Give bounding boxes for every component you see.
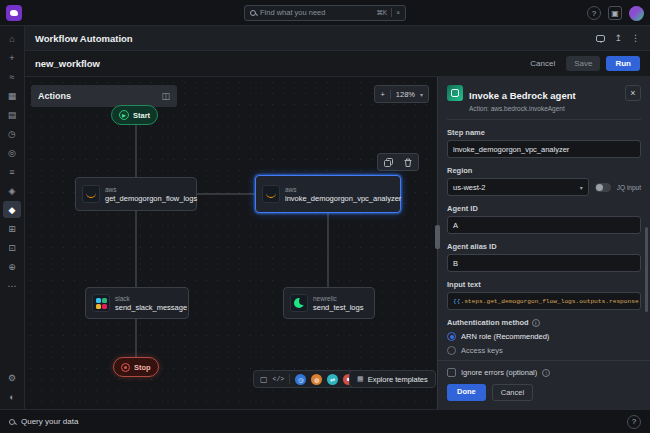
collapse-panel-icon[interactable]: ◫ — [161, 91, 170, 101]
global-search-input[interactable]: Find what you need ⌘K × — [244, 5, 406, 21]
save-button[interactable]: Save — [566, 56, 600, 71]
search-icon — [250, 10, 256, 16]
sidebar-home-icon[interactable]: ⌂ — [3, 30, 21, 47]
select-tool-icon[interactable]: ▢ — [260, 375, 268, 384]
node-service: aws — [105, 186, 197, 194]
radio-icon — [447, 346, 456, 355]
user-avatar[interactable] — [629, 6, 644, 21]
search-icon — [9, 419, 15, 425]
sidebar-settings-icon[interactable]: ⚙ — [3, 369, 21, 386]
newrelic-icon — [290, 294, 308, 312]
duplicate-node-icon[interactable] — [378, 154, 398, 170]
chevron-down-icon: ▾ — [580, 184, 583, 191]
datadog-logo-icon[interactable] — [6, 5, 22, 21]
left-nav-sidebar: ⌂ + ≈ ▦ ▤ ◷ ◎ ≡ ◈ ◆ ⊞ ⊡ ⊕ ⋯ ⚙ ◐ — [0, 26, 25, 409]
agent-alias-id-label: Agent alias ID — [447, 242, 641, 251]
canvas-toolbar: ▢ </> ◷ ◍ ⇄ ■ — [253, 370, 361, 388]
node-start[interactable]: ▶ Start — [111, 105, 158, 125]
auth-option-access-keys[interactable]: Access keys — [447, 346, 641, 355]
schedule-trigger-icon[interactable]: ◷ — [295, 374, 306, 385]
region-select[interactable]: us-west-2 ▾ — [447, 178, 589, 196]
divider — [391, 8, 392, 17]
zoom-level[interactable]: 128% — [396, 90, 415, 99]
slack-icon — [92, 294, 110, 312]
sidebar-dashboards-icon[interactable]: ▦ — [3, 87, 21, 104]
sidebar-monitors-icon[interactable]: ◷ — [3, 125, 21, 142]
sidebar-security-icon[interactable]: ◈ — [3, 182, 21, 199]
sidebar-integrations-icon[interactable]: ⊕ — [3, 258, 21, 275]
sidebar-metrics-icon[interactable]: ≈ — [3, 68, 21, 85]
topbar-actions: ? ▣ — [587, 0, 644, 26]
jq-input-label: JQ input — [617, 184, 641, 191]
template-open: {{ — [453, 298, 460, 305]
zoom-control: + 128% ▾ — [374, 85, 429, 103]
step-name-input[interactable]: invoke_demogorgon_vpc_analyzer — [447, 140, 641, 158]
query-your-data-label[interactable]: Query your data — [21, 417, 78, 426]
panel-resize-handle[interactable] — [435, 225, 440, 249]
sidebar-apm-icon[interactable]: ◎ — [3, 144, 21, 161]
feedback-icon[interactable] — [596, 35, 605, 42]
node-invoke-demogorgon-vpc-analyzer[interactable]: aws invoke_demogorgon_vpc_analyzer — [255, 175, 401, 213]
apps-trigger-icon[interactable]: ◍ — [311, 374, 322, 385]
explore-templates-label: Explore templates — [368, 375, 428, 384]
auth-option-arn-role[interactable]: ARN role (Recommended) — [447, 332, 641, 341]
agent-id-label: Agent ID — [447, 204, 641, 213]
input-text-label: Input text — [447, 280, 641, 289]
more-options-icon[interactable]: ⋮ — [631, 33, 640, 43]
help-icon[interactable]: ? — [627, 415, 641, 429]
share-icon[interactable]: ↥ — [614, 33, 622, 43]
panel-cancel-button[interactable]: Cancel — [492, 384, 533, 401]
workflow-canvas[interactable]: Actions ◫ + 128% ▾ ▶ Start aws get_demog… — [25, 77, 437, 409]
cancel-button[interactable]: Cancel — [525, 56, 560, 71]
header-actions: ↥ ⋮ — [596, 33, 640, 43]
done-button[interactable]: Done — [447, 384, 486, 401]
branch-step-icon[interactable]: ⇄ — [327, 374, 338, 385]
page-title: Workflow Automation — [35, 33, 133, 44]
node-get-demogorgon-flow-logs[interactable]: aws get_demogorgon_flow_logs — [75, 177, 197, 211]
close-icon[interactable]: × — [625, 85, 641, 101]
ignore-errors-checkbox[interactable]: Ignore errors (optional) i — [447, 368, 641, 377]
updates-icon[interactable]: ▣ — [608, 6, 622, 20]
step-name-label: Step name — [447, 128, 641, 137]
agent-id-input[interactable]: A — [447, 216, 641, 234]
delete-node-icon[interactable] — [398, 154, 418, 170]
app-header: Workflow Automation ↥ ⋮ — [25, 26, 650, 51]
explore-templates-button[interactable]: ▦ Explore templates — [349, 370, 436, 388]
node-title: get_demogorgon_flow_logs — [105, 194, 197, 203]
node-send-test-logs[interactable]: newrelic send_test_logs — [283, 287, 375, 319]
sidebar-logs-icon[interactable]: ≡ — [3, 163, 21, 180]
sidebar-new-icon[interactable]: + — [3, 49, 21, 66]
auth-method-label: Authentication method i — [447, 318, 641, 327]
info-icon[interactable]: i — [542, 369, 550, 377]
input-text-input[interactable]: {{ .steps.get_demogorgon_flow_logs.outpu… — [447, 292, 641, 310]
node-mini-toolbar — [377, 153, 419, 171]
workflow-actions: Cancel Save Run — [525, 56, 640, 71]
actions-panel-label: Actions — [38, 91, 71, 101]
clear-search-icon[interactable]: × — [396, 9, 400, 16]
code-view-icon[interactable]: </> — [273, 376, 285, 383]
run-button[interactable]: Run — [606, 56, 640, 71]
sidebar-ci-cd-icon[interactable]: ⊞ — [3, 220, 21, 237]
panel-footer: Ignore errors (optional) i Done Cancel — [438, 360, 650, 409]
workflow-automation-app: Find what you need ⌘K × ? ▣ ⌂ + ≈ ▦ ▤ ◷ … — [0, 0, 650, 433]
sidebar-theme-icon[interactable]: ◐ — [3, 388, 21, 405]
jq-input-toggle[interactable] — [595, 183, 611, 192]
sidebar-synthetics-icon[interactable]: ⊡ — [3, 239, 21, 256]
help-icon[interactable]: ? — [587, 6, 601, 20]
bedrock-agent-icon — [447, 85, 463, 101]
chevron-down-icon[interactable]: ▾ — [420, 91, 423, 98]
agent-alias-id-input[interactable]: B — [447, 254, 641, 272]
sidebar-workflow-automation-icon[interactable]: ◆ — [3, 201, 21, 218]
info-icon[interactable]: i — [532, 319, 540, 327]
sidebar-infrastructure-icon[interactable]: ▤ — [3, 106, 21, 123]
zoom-in-icon[interactable]: + — [380, 90, 384, 99]
node-stop[interactable]: Stop — [113, 357, 159, 377]
panel-header: Invoke a Bedrock agent Action: aws.bedro… — [447, 85, 641, 120]
panel-scrollbar[interactable] — [645, 227, 648, 312]
checkbox-icon — [447, 368, 456, 377]
sidebar-more-icon[interactable]: ⋯ — [3, 277, 21, 294]
actions-panel-header[interactable]: Actions ◫ — [31, 85, 177, 107]
node-send-slack-message[interactable]: slack send_slack_message — [85, 287, 189, 319]
aws-icon — [262, 185, 280, 203]
stop-icon — [121, 363, 130, 372]
